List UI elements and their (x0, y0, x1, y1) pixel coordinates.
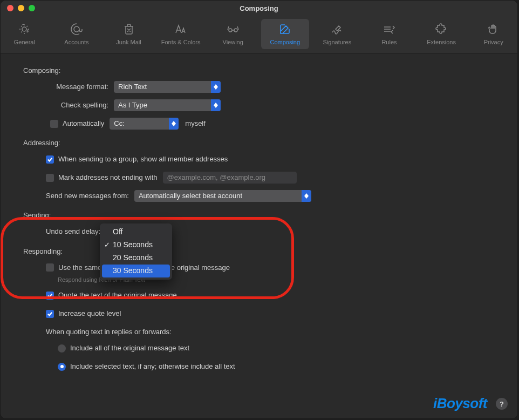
menu-item-label: 30 Seconds (113, 266, 153, 276)
quote-original-row: Quote the text of the original message (46, 289, 495, 301)
include-selected-row: Include selected text, if any; otherwise… (58, 361, 495, 372)
include-all-radio[interactable] (58, 344, 66, 353)
tab-general[interactable]: General (1, 19, 49, 49)
watermark: iBoysoft (433, 395, 487, 412)
select-value: Cc: (114, 119, 125, 128)
select-value: Automatically select best account (139, 191, 242, 201)
tab-label: Signatures (323, 39, 352, 45)
traffic-lights (1, 5, 35, 11)
when-quoting-label: When quoting text in replies or forwards… (46, 327, 172, 337)
tab-label: Junk Mail (116, 39, 141, 45)
menu-item-30-seconds[interactable]: 30 Seconds (102, 265, 170, 277)
tab-label: Viewing (223, 39, 243, 45)
select-value: Rich Text (118, 82, 147, 92)
check-spelling-label: Check spelling: (44, 100, 114, 110)
preferences-toolbar: General Accounts Junk Mail Fonts & Color… (1, 16, 517, 54)
tab-label: Privacy (484, 39, 503, 45)
select-value: As I Type (118, 100, 147, 110)
include-all-label: Include all of the original message text (70, 343, 189, 353)
quote-original-label: Quote the text of the original message (58, 290, 177, 300)
tab-label: Rules (381, 39, 397, 45)
tab-accounts[interactable]: Accounts (53, 19, 101, 49)
tab-label: Accounts (64, 39, 88, 45)
responding-heading: Responding: (23, 247, 495, 256)
group-addresses-checkbox[interactable] (46, 155, 54, 164)
quote-original-checkbox[interactable] (46, 292, 54, 300)
select-arrows-icon (169, 118, 179, 130)
send-from-select[interactable]: Automatically select best account (134, 190, 311, 202)
tab-junk-mail[interactable]: Junk Mail (105, 19, 153, 49)
increase-quote-checkbox[interactable] (46, 310, 54, 318)
signature-icon (331, 23, 344, 37)
tab-fonts-colors[interactable]: Fonts & Colors (157, 19, 205, 49)
window-title: Composing (1, 4, 517, 12)
tab-viewing[interactable]: Viewing (209, 19, 257, 49)
send-from-label: Send new messages from: (46, 191, 129, 201)
menu-item-label: 10 Seconds (113, 240, 153, 250)
glasses-icon (227, 23, 240, 37)
addressing-heading: Addressing: (23, 138, 495, 148)
menu-item-off[interactable]: Off (100, 226, 172, 239)
titlebar: Composing (1, 1, 517, 16)
send-from-row: Send new messages from: Automatically se… (46, 190, 495, 202)
select-arrows-icon (211, 99, 221, 111)
check-spelling-row: Check spelling: As I Type (44, 99, 495, 111)
automatically-cc-checkbox[interactable] (50, 120, 58, 128)
menu-item-20-seconds[interactable]: 20 Seconds (100, 252, 172, 265)
content-pane: Composing: Message format: Rich Text Che… (1, 54, 517, 391)
menu-item-label: 20 Seconds (113, 253, 153, 263)
tab-label: General (14, 39, 35, 45)
puzzle-icon (435, 23, 448, 37)
close-button[interactable] (7, 5, 13, 11)
tab-privacy[interactable]: Privacy (469, 19, 517, 49)
placeholder: @example.com, @example.org (167, 173, 265, 182)
rules-icon (383, 23, 395, 37)
fonts-icon (174, 23, 187, 37)
select-arrows-icon (302, 190, 311, 202)
gear-icon (18, 23, 31, 37)
automatically-cc-select[interactable]: Cc: (110, 118, 179, 130)
include-all-row: Include all of the original message text (58, 342, 495, 354)
tab-label: Fonts & Colors (161, 39, 201, 45)
tab-rules[interactable]: Rules (365, 19, 413, 49)
mark-addresses-label: Mark addresses not ending with (58, 173, 158, 182)
composing-heading: Composing: (23, 66, 495, 76)
tab-extensions[interactable]: Extensions (418, 19, 466, 49)
message-format-row: Message format: Rich Text (44, 81, 495, 93)
tab-signatures[interactable]: Signatures (313, 19, 361, 49)
automatically-cc-row: Automatically Cc: myself (50, 118, 495, 130)
include-selected-radio[interactable] (58, 363, 66, 371)
trash-icon (122, 23, 135, 37)
tab-composing[interactable]: Composing (261, 19, 309, 49)
help-label: ? (500, 400, 504, 408)
zoom-button[interactable] (29, 5, 35, 11)
undo-send-delay-menu: Off ✓ 10 Seconds 20 Seconds 30 Seconds (100, 223, 172, 280)
minimize-button[interactable] (18, 5, 24, 11)
increase-quote-label: Increase quote level (58, 309, 121, 319)
tab-label: Extensions (427, 39, 456, 45)
help-button[interactable]: ? (496, 398, 508, 410)
compose-icon (278, 23, 291, 37)
menu-item-label: Off (113, 227, 122, 238)
group-addresses-row: When sending to a group, show all member… (46, 153, 495, 165)
automatically-cc-label: Automatically (63, 119, 104, 128)
mark-addresses-field[interactable]: @example.com, @example.org (163, 172, 297, 184)
check-spelling-select[interactable]: As I Type (114, 99, 221, 111)
same-format-checkbox[interactable] (46, 263, 54, 272)
when-quoting-row: When quoting text in replies or forwards… (46, 326, 495, 338)
menu-item-10-seconds[interactable]: ✓ 10 Seconds (100, 239, 172, 252)
mark-addresses-checkbox[interactable] (46, 174, 54, 182)
automatically-cc-suffix: myself (185, 119, 206, 128)
message-format-select[interactable]: Rich Text (114, 81, 221, 93)
select-arrows-icon (211, 81, 221, 93)
sending-heading: Sending: (23, 211, 495, 220)
check-icon: ✓ (104, 240, 110, 250)
tab-label: Composing (270, 39, 300, 45)
mark-addresses-row: Mark addresses not ending with @example.… (46, 172, 495, 184)
increase-quote-row: Increase quote level (46, 308, 495, 320)
undo-send-delay-label: Undo send delay: (46, 227, 100, 236)
at-icon (70, 23, 83, 37)
group-addresses-label: When sending to a group, show all member… (58, 154, 228, 164)
preferences-window: Composing General Accounts Junk Mail Fon… (0, 0, 518, 419)
include-selected-label: Include selected text, if any; otherwise… (70, 362, 235, 371)
